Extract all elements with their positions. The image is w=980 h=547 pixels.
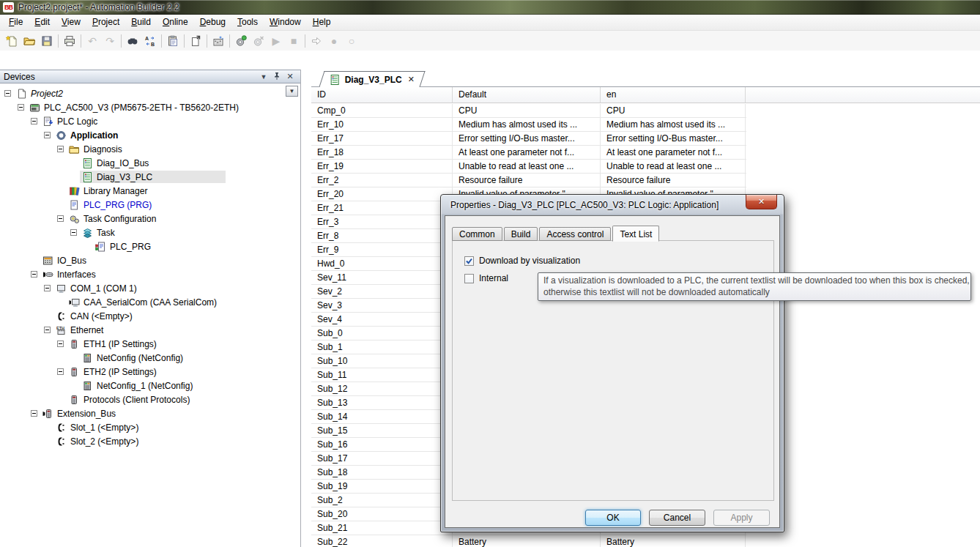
menu-debug[interactable]: Debug (194, 15, 231, 30)
cell-id[interactable]: Sub_19 (311, 480, 453, 493)
cell-default[interactable]: Battery (453, 535, 601, 547)
cell-id[interactable]: Sev_4 (311, 313, 453, 326)
apply-button[interactable]: Apply (713, 510, 770, 526)
tree-expander-icon[interactable] (31, 118, 37, 124)
cell-id[interactable]: Sub_14 (311, 410, 453, 423)
clipboard-button[interactable] (164, 33, 182, 49)
column-header-en[interactable]: en (601, 87, 746, 103)
cell-id[interactable]: Sub_16 (311, 438, 453, 451)
tree-item-library-manager[interactable]: Library Manager (0, 184, 300, 198)
menu-file[interactable]: File (3, 15, 29, 30)
cell-id[interactable]: Err_9 (311, 243, 453, 256)
checkbox-download-by-visualization[interactable] (464, 256, 474, 266)
menu-build[interactable]: Build (125, 15, 157, 30)
logout-button[interactable] (250, 33, 267, 49)
dialog-close-button[interactable]: ✕ (746, 195, 777, 209)
open-project-button[interactable] (21, 33, 38, 49)
cell-id[interactable]: Err_19 (311, 160, 453, 173)
cell-en[interactable]: CPU (601, 104, 746, 117)
cell-id[interactable]: Sub_21 (311, 521, 453, 535)
tree-item-eth1-ip-settings[interactable]: ETH1 (IP Settings) (0, 337, 300, 351)
textlist-row-sub-22[interactable]: Sub_22BatteryBattery (311, 535, 746, 547)
tree-item-extension-bus[interactable]: Extension_Bus (0, 406, 300, 420)
tree-item-application[interactable]: Application (0, 128, 300, 142)
textlist-row-err-19[interactable]: Err_19Unable to read at least one ...Una… (311, 160, 746, 174)
stop-button[interactable]: ■ (285, 33, 302, 49)
tree-item-protocols-client-protocols[interactable]: Protocols (Client Protocols) (0, 392, 300, 406)
menu-tools[interactable]: Tools (231, 15, 264, 30)
cell-id[interactable]: Sub_12 (311, 382, 453, 395)
tree-item-project2[interactable]: Project2 (0, 86, 300, 100)
cell-id[interactable]: Sub_1 (311, 341, 453, 354)
tree-item-plc-logic[interactable]: PLC Logic (0, 114, 300, 128)
save-button[interactable] (38, 33, 56, 49)
cell-default[interactable]: Error setting I/O-Bus master... (453, 132, 601, 145)
tree-item-diag-io-bus[interactable]: Diag_IO_Bus (0, 156, 300, 170)
cell-id[interactable]: Hwd_0 (311, 257, 453, 270)
cell-id[interactable]: Sub_15 (311, 424, 453, 437)
ok-button[interactable]: OK (585, 510, 641, 526)
tab-diag-v3-plc[interactable]: Diag_V3_PLC ✕ (319, 71, 425, 87)
new-project-button[interactable] (3, 33, 21, 49)
tree-expander-icon[interactable] (31, 271, 37, 278)
tree-item-diag-v3-plc[interactable]: Diag_V3_PLC (0, 170, 300, 184)
cell-en[interactable]: Error setting I/O-Bus master... (601, 132, 746, 145)
tree-item-slot-2-empty[interactable]: Slot_2 (<Empty>) (0, 434, 300, 448)
tree-item-plc-prg-prg[interactable]: PLC_PRG (PRG) (0, 198, 300, 212)
menu-edit[interactable]: Edit (29, 15, 56, 30)
replace-button[interactable]: AB (141, 33, 159, 49)
tree-expander-icon[interactable] (4, 90, 11, 97)
menu-window[interactable]: Window (264, 15, 307, 30)
tree-expander-icon[interactable] (44, 327, 51, 333)
cell-id[interactable]: Err_2 (311, 174, 453, 187)
tab-close-icon[interactable]: ✕ (408, 75, 415, 84)
record-button[interactable]: ● (325, 33, 343, 49)
undo-button[interactable]: ↶ (83, 33, 101, 49)
cancel-button[interactable]: Cancel (649, 510, 705, 526)
cell-id[interactable]: Sev_11 (311, 271, 453, 284)
tree-item-ethernet[interactable]: ETHEthernet (0, 323, 300, 337)
tree-expander-icon[interactable] (57, 341, 64, 347)
step-button[interactable] (308, 33, 325, 49)
cell-id[interactable]: Sev_3 (311, 299, 453, 312)
tree-expander-icon[interactable] (57, 146, 64, 152)
cell-id[interactable]: Sub_17 (311, 452, 453, 465)
cell-id[interactable]: Sev_2 (311, 285, 453, 298)
play-button[interactable]: ▶ (267, 33, 285, 49)
panel-close-icon[interactable]: ✕ (283, 71, 297, 82)
tree-item-slot-1-empty[interactable]: Slot_1 (<Empty>) (0, 420, 300, 434)
cell-id[interactable]: Err_17 (311, 132, 453, 145)
cell-id[interactable]: Sub_13 (311, 396, 453, 409)
textlist-row-err-10[interactable]: Err_10Medium has almost used its ...Medi… (311, 118, 746, 132)
tree-item-task-configuration[interactable]: Task Configuration (0, 212, 300, 226)
tree-expander-icon[interactable] (31, 410, 37, 417)
cell-en[interactable]: Resource failure (601, 174, 746, 187)
tree-item-can-empty[interactable]: CAN (<Empty>) (0, 309, 300, 323)
tree-expander-icon[interactable] (44, 285, 51, 291)
tree-item-netconfig-netconfig[interactable]: NetConfig (NetConfig) (0, 351, 300, 365)
cell-id[interactable]: Sub_10 (311, 354, 453, 368)
textlist-row-cmp-0[interactable]: Cmp_0CPUCPU (311, 104, 746, 118)
tree-item-netconfig-1-netconfig[interactable]: NetConfig_1 (NetConfig) (0, 379, 300, 392)
dialog-tab-access-control[interactable]: Access control (539, 227, 611, 241)
cell-id[interactable]: Sub_11 (311, 368, 453, 382)
cell-id[interactable]: Sub_20 (311, 507, 453, 521)
cell-id[interactable]: Sub_18 (311, 466, 453, 479)
tree-item-caa-serialcom-caa-serialcom[interactable]: CAA_SerialCom (CAA SerialCom) (0, 295, 300, 309)
tree-expander-icon[interactable] (18, 104, 24, 111)
cell-id[interactable]: Cmp_0 (311, 104, 453, 117)
cell-en[interactable]: At least one parameter not f... (601, 146, 746, 159)
tree-item-task[interactable]: Task (0, 226, 300, 239)
column-header-id[interactable]: ID (311, 87, 453, 103)
menu-view[interactable]: View (56, 15, 86, 30)
tree-item-eth2-ip-settings[interactable]: ETH2 (IP Settings) (0, 365, 300, 379)
panel-pin-icon[interactable] (270, 71, 283, 82)
tree-item-diagnosis[interactable]: Diagnosis (0, 142, 300, 156)
tree-item-com-1-com-1[interactable]: COM_1 (COM 1) (0, 281, 300, 295)
cell-id[interactable]: Sub_2 (311, 494, 453, 507)
tree-expander-icon[interactable] (57, 215, 64, 222)
tree-item-interfaces[interactable]: Interfaces (0, 267, 300, 281)
login-button[interactable] (232, 33, 250, 49)
textlist-row-err-17[interactable]: Err_17Error setting I/O-Bus master...Err… (311, 132, 746, 146)
cell-id[interactable]: Err_21 (311, 201, 453, 215)
